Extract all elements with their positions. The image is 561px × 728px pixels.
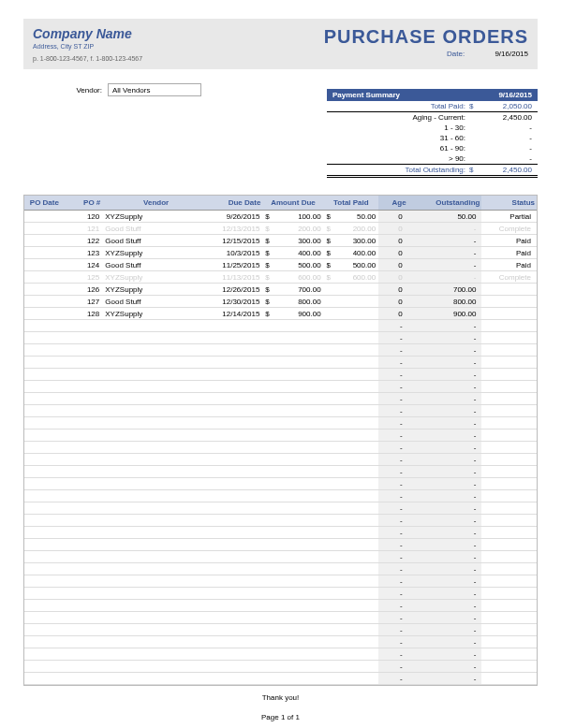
table-row[interactable]: --	[24, 430, 537, 442]
table-row[interactable]: --	[24, 357, 537, 369]
table-row[interactable]: --	[24, 369, 537, 381]
table-row[interactable]: --	[24, 636, 537, 648]
table-row[interactable]: --	[24, 478, 537, 490]
pager: Page 1 of 1	[23, 713, 538, 721]
payment-summary: Payment Summary 9/16/2015 Total Paid:$2,…	[327, 89, 538, 178]
table-row[interactable]: 124Good Stuff11/25/2015$500.00$500.000-P…	[24, 259, 537, 271]
summary-row: 31 - 60:-	[327, 133, 538, 143]
table-row[interactable]: --	[24, 344, 537, 357]
table-row[interactable]: --	[24, 502, 537, 515]
column-header: Status	[481, 196, 537, 211]
table-row[interactable]: --	[24, 405, 537, 417]
page-title: PURCHASE ORDERS	[324, 26, 528, 48]
po-table: PO DatePO #VendorDue DateAmount DueTotal…	[23, 195, 538, 686]
date-label: Date:	[447, 50, 465, 58]
table-row[interactable]: --	[24, 527, 537, 539]
table-row[interactable]: --	[24, 624, 537, 636]
table-row[interactable]: 128XYZSupply12/14/2015$900.000900.00	[24, 308, 537, 320]
table-row[interactable]: --	[24, 661, 537, 673]
table-row[interactable]: --	[24, 515, 537, 527]
summary-row: 1 - 30:-	[327, 123, 538, 133]
table-row[interactable]: --	[24, 673, 537, 685]
table-row[interactable]: --	[24, 612, 537, 624]
table-row[interactable]: 123XYZSupply10/3/2015$400.00$400.000-Pai…	[24, 247, 537, 259]
column-header: PO Date	[24, 196, 65, 211]
summary-title: Payment Summary	[332, 91, 400, 99]
summary-row: Total Paid:$2,050.00	[327, 101, 538, 112]
column-header: Vendor	[102, 196, 210, 211]
summary-date: 9/16/2015	[498, 91, 532, 99]
table-row[interactable]: --	[24, 563, 537, 575]
column-header: Outstanding	[408, 196, 482, 211]
summary-row: 61 - 90:-	[327, 143, 538, 153]
table-row[interactable]: --	[24, 393, 537, 405]
table-row[interactable]: --	[24, 490, 537, 502]
table-row[interactable]: --	[24, 417, 537, 430]
vendor-input[interactable]	[108, 83, 201, 96]
table-row[interactable]: --	[24, 442, 537, 454]
header-block: Company Name Address, City ST ZIP p. 1-8…	[23, 19, 538, 69]
table-row[interactable]: --	[24, 320, 537, 332]
table-row[interactable]: --	[24, 466, 537, 478]
date-value: 9/16/2015	[495, 50, 528, 58]
table-row[interactable]: --	[24, 648, 537, 661]
column-header: Amount Due	[262, 196, 323, 211]
table-row[interactable]: --	[24, 332, 537, 344]
company-phone: p. 1-800-123-4567, f. 1-800-123-4567	[33, 55, 142, 62]
table-row[interactable]: --	[24, 381, 537, 393]
summary-row: > 90:-	[327, 153, 538, 164]
table-row[interactable]: --	[24, 588, 537, 600]
summary-row: Aging - Current:2,450.00	[327, 112, 538, 123]
vendor-label: Vendor:	[23, 86, 108, 95]
table-row[interactable]: 121Good Stuff12/13/2015$200.00$200.000-C…	[24, 223, 537, 235]
table-row[interactable]: 125XYZSupply11/13/2015$600.00$600.000-Co…	[24, 271, 537, 284]
table-row[interactable]: 127Good Stuff12/30/2015$800.000800.00	[24, 296, 537, 308]
table-row[interactable]: --	[24, 539, 537, 551]
table-row[interactable]: 122Good Stuff12/15/2015$300.00$300.000-P…	[24, 235, 537, 247]
column-header: Total Paid	[324, 196, 379, 211]
company-address: Address, City ST ZIP	[33, 43, 142, 50]
table-row[interactable]: --	[24, 600, 537, 612]
company-name: Company Name	[33, 26, 142, 41]
column-header: Age	[378, 196, 408, 211]
column-header: PO #	[65, 196, 103, 211]
table-row[interactable]: 120XYZSupply9/26/2015$100.00$50.00050.00…	[24, 211, 537, 223]
footer-thanks: Thank you!	[23, 693, 538, 702]
table-row[interactable]: --	[24, 551, 537, 563]
table-row[interactable]: --	[24, 454, 537, 466]
table-row[interactable]: --	[24, 575, 537, 588]
table-row[interactable]: 126XYZSupply12/26/2015$700.000700.00	[24, 284, 537, 296]
summary-row: Total Outstanding:$2,450.00	[327, 164, 538, 178]
column-header: Due Date	[210, 196, 262, 211]
